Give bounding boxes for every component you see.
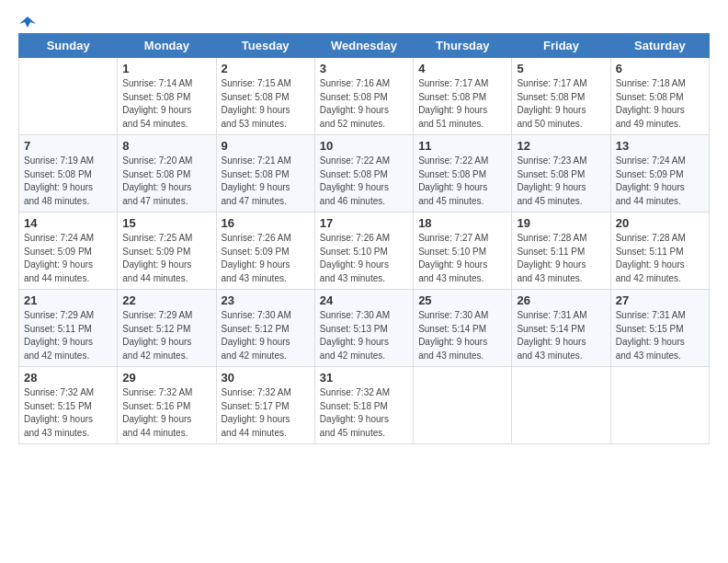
day-info: Sunrise: 7:26 AM Sunset: 5:10 PM Dayligh… bbox=[320, 232, 408, 285]
calendar-cell bbox=[414, 367, 512, 444]
day-number: 12 bbox=[517, 139, 605, 153]
day-number: 18 bbox=[418, 216, 506, 230]
day-info: Sunrise: 7:17 AM Sunset: 5:08 PM Dayligh… bbox=[517, 77, 605, 131]
calendar-table: SundayMondayTuesdayWednesdayThursdayFrid… bbox=[18, 33, 710, 444]
calendar-cell bbox=[610, 367, 709, 444]
day-info: Sunrise: 7:30 AM Sunset: 5:13 PM Dayligh… bbox=[320, 309, 408, 362]
day-number: 7 bbox=[24, 139, 112, 153]
day-info: Sunrise: 7:22 AM Sunset: 5:08 PM Dayligh… bbox=[320, 155, 408, 208]
day-number: 30 bbox=[222, 371, 310, 385]
week-row-2: 7Sunrise: 7:19 AM Sunset: 5:08 PM Daylig… bbox=[19, 135, 710, 213]
col-header-saturday: Saturday bbox=[610, 34, 709, 58]
calendar-cell: 21Sunrise: 7:29 AM Sunset: 5:11 PM Dayli… bbox=[19, 290, 118, 367]
calendar-cell: 27Sunrise: 7:31 AM Sunset: 5:15 PM Dayli… bbox=[610, 290, 709, 367]
calendar-cell: 3Sunrise: 7:16 AM Sunset: 5:08 PM Daylig… bbox=[314, 58, 413, 135]
day-info: Sunrise: 7:15 AM Sunset: 5:08 PM Dayligh… bbox=[222, 77, 310, 131]
day-number: 23 bbox=[222, 293, 310, 307]
day-info: Sunrise: 7:28 AM Sunset: 5:11 PM Dayligh… bbox=[517, 232, 605, 285]
calendar-cell: 24Sunrise: 7:30 AM Sunset: 5:13 PM Dayli… bbox=[314, 290, 413, 367]
day-info: Sunrise: 7:24 AM Sunset: 5:09 PM Dayligh… bbox=[616, 155, 704, 208]
day-number: 29 bbox=[122, 371, 210, 385]
day-info: Sunrise: 7:14 AM Sunset: 5:08 PM Dayligh… bbox=[122, 77, 210, 131]
calendar-header-row: SundayMondayTuesdayWednesdayThursdayFrid… bbox=[19, 34, 710, 58]
day-number: 1 bbox=[122, 62, 210, 75]
calendar-cell: 11Sunrise: 7:22 AM Sunset: 5:08 PM Dayli… bbox=[414, 135, 512, 213]
calendar-cell: 26Sunrise: 7:31 AM Sunset: 5:14 PM Dayli… bbox=[512, 290, 610, 367]
day-info: Sunrise: 7:32 AM Sunset: 5:16 PM Dayligh… bbox=[122, 386, 210, 440]
calendar-cell: 13Sunrise: 7:24 AM Sunset: 5:09 PM Dayli… bbox=[610, 135, 709, 213]
calendar-cell: 19Sunrise: 7:28 AM Sunset: 5:11 PM Dayli… bbox=[512, 213, 610, 290]
calendar-cell: 10Sunrise: 7:22 AM Sunset: 5:08 PM Dayli… bbox=[314, 135, 413, 213]
day-number: 4 bbox=[418, 62, 506, 75]
day-number: 9 bbox=[222, 139, 310, 153]
calendar-cell: 18Sunrise: 7:27 AM Sunset: 5:10 PM Dayli… bbox=[414, 213, 512, 290]
day-info: Sunrise: 7:19 AM Sunset: 5:08 PM Dayligh… bbox=[24, 155, 112, 208]
col-header-wednesday: Wednesday bbox=[314, 34, 413, 58]
day-number: 26 bbox=[517, 293, 605, 307]
day-number: 11 bbox=[418, 139, 506, 153]
week-row-1: 1Sunrise: 7:14 AM Sunset: 5:08 PM Daylig… bbox=[19, 58, 710, 135]
day-number: 27 bbox=[616, 293, 704, 307]
day-number: 15 bbox=[122, 216, 210, 230]
day-number: 31 bbox=[320, 371, 408, 385]
day-info: Sunrise: 7:25 AM Sunset: 5:09 PM Dayligh… bbox=[122, 232, 210, 285]
col-header-friday: Friday bbox=[512, 34, 610, 58]
calendar-cell bbox=[512, 367, 610, 444]
calendar-cell: 4Sunrise: 7:17 AM Sunset: 5:08 PM Daylig… bbox=[414, 58, 512, 135]
day-info: Sunrise: 7:20 AM Sunset: 5:08 PM Dayligh… bbox=[122, 155, 210, 208]
calendar-cell: 9Sunrise: 7:21 AM Sunset: 5:08 PM Daylig… bbox=[216, 135, 314, 213]
col-header-sunday: Sunday bbox=[19, 34, 118, 58]
calendar-cell: 17Sunrise: 7:26 AM Sunset: 5:10 PM Dayli… bbox=[314, 213, 413, 290]
day-info: Sunrise: 7:16 AM Sunset: 5:08 PM Dayligh… bbox=[320, 77, 408, 131]
calendar-cell: 6Sunrise: 7:18 AM Sunset: 5:08 PM Daylig… bbox=[610, 58, 709, 135]
day-info: Sunrise: 7:23 AM Sunset: 5:08 PM Dayligh… bbox=[517, 155, 605, 208]
day-info: Sunrise: 7:29 AM Sunset: 5:11 PM Dayligh… bbox=[24, 309, 112, 362]
calendar-cell: 15Sunrise: 7:25 AM Sunset: 5:09 PM Dayli… bbox=[118, 213, 216, 290]
day-info: Sunrise: 7:27 AM Sunset: 5:10 PM Dayligh… bbox=[418, 232, 506, 285]
day-number: 2 bbox=[222, 62, 310, 75]
day-number: 10 bbox=[320, 139, 408, 153]
day-number: 21 bbox=[24, 293, 112, 307]
day-number: 3 bbox=[320, 62, 408, 75]
week-row-3: 14Sunrise: 7:24 AM Sunset: 5:09 PM Dayli… bbox=[19, 213, 710, 290]
day-number: 20 bbox=[616, 216, 704, 230]
calendar-cell: 7Sunrise: 7:19 AM Sunset: 5:08 PM Daylig… bbox=[19, 135, 118, 213]
calendar-cell: 1Sunrise: 7:14 AM Sunset: 5:08 PM Daylig… bbox=[118, 58, 216, 135]
day-number: 6 bbox=[616, 62, 704, 75]
day-info: Sunrise: 7:28 AM Sunset: 5:11 PM Dayligh… bbox=[616, 232, 704, 285]
day-info: Sunrise: 7:29 AM Sunset: 5:12 PM Dayligh… bbox=[122, 309, 210, 362]
day-info: Sunrise: 7:24 AM Sunset: 5:09 PM Dayligh… bbox=[24, 232, 112, 285]
day-info: Sunrise: 7:32 AM Sunset: 5:17 PM Dayligh… bbox=[222, 386, 310, 440]
day-info: Sunrise: 7:32 AM Sunset: 5:15 PM Dayligh… bbox=[24, 386, 112, 440]
col-header-monday: Monday bbox=[118, 34, 216, 58]
calendar-cell: 23Sunrise: 7:30 AM Sunset: 5:12 PM Dayli… bbox=[216, 290, 314, 367]
calendar-cell: 8Sunrise: 7:20 AM Sunset: 5:08 PM Daylig… bbox=[118, 135, 216, 213]
calendar-cell: 28Sunrise: 7:32 AM Sunset: 5:15 PM Dayli… bbox=[19, 367, 118, 444]
calendar-cell: 12Sunrise: 7:23 AM Sunset: 5:08 PM Dayli… bbox=[512, 135, 610, 213]
col-header-tuesday: Tuesday bbox=[216, 34, 314, 58]
calendar-cell: 2Sunrise: 7:15 AM Sunset: 5:08 PM Daylig… bbox=[216, 58, 314, 135]
page-header bbox=[18, 15, 710, 24]
day-number: 8 bbox=[122, 139, 210, 153]
day-info: Sunrise: 7:31 AM Sunset: 5:15 PM Dayligh… bbox=[616, 309, 704, 362]
day-info: Sunrise: 7:31 AM Sunset: 5:14 PM Dayligh… bbox=[517, 309, 605, 362]
col-header-thursday: Thursday bbox=[414, 34, 512, 58]
day-number: 5 bbox=[517, 62, 605, 75]
day-info: Sunrise: 7:32 AM Sunset: 5:18 PM Dayligh… bbox=[320, 386, 408, 440]
day-number: 28 bbox=[24, 371, 112, 385]
day-number: 14 bbox=[24, 216, 112, 230]
calendar-cell: 14Sunrise: 7:24 AM Sunset: 5:09 PM Dayli… bbox=[19, 213, 118, 290]
day-number: 19 bbox=[517, 216, 605, 230]
week-row-4: 21Sunrise: 7:29 AM Sunset: 5:11 PM Dayli… bbox=[19, 290, 710, 367]
week-row-5: 28Sunrise: 7:32 AM Sunset: 5:15 PM Dayli… bbox=[19, 367, 710, 444]
day-number: 24 bbox=[320, 293, 408, 307]
calendar-cell: 29Sunrise: 7:32 AM Sunset: 5:16 PM Dayli… bbox=[118, 367, 216, 444]
calendar-container: SundayMondayTuesdayWednesdayThursdayFrid… bbox=[0, 0, 728, 563]
day-info: Sunrise: 7:18 AM Sunset: 5:08 PM Dayligh… bbox=[616, 77, 704, 131]
day-info: Sunrise: 7:30 AM Sunset: 5:14 PM Dayligh… bbox=[418, 309, 506, 362]
calendar-cell: 30Sunrise: 7:32 AM Sunset: 5:17 PM Dayli… bbox=[216, 367, 314, 444]
day-number: 22 bbox=[122, 293, 210, 307]
calendar-cell bbox=[19, 58, 118, 135]
logo bbox=[18, 15, 37, 24]
day-number: 13 bbox=[616, 139, 704, 153]
